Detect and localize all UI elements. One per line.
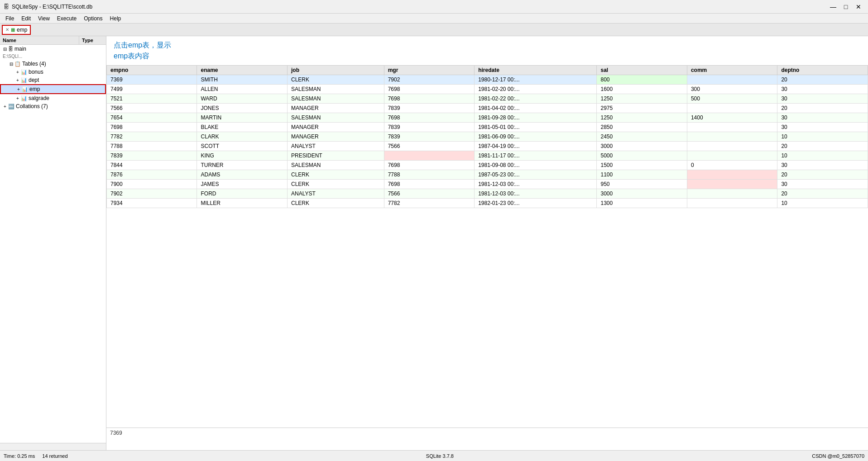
left-scrollbar[interactable] [0,443,106,450]
menu-options[interactable]: Options [80,14,106,23]
tree-item-tables[interactable]: ⊟ 📋 Tables (4) [0,60,106,68]
cell-hiredate: 1982-01-23 00:... [475,199,597,208]
maximize-button[interactable]: □ [840,2,852,11]
table-row[interactable]: 7788SCOTTANALYST75661987-04-19 00:...300… [107,142,868,151]
table-row[interactable]: 7844TURNERSALESMAN76981981-09-08 00:...1… [107,161,868,170]
tree-expand-dept[interactable]: + [14,78,21,83]
cell-empno: 7782 [107,132,197,142]
cell-job: CLERK [287,180,384,189]
cell-mgr: 7566 [384,142,474,151]
cell-hiredate: 1981-02-20 00:... [475,85,597,94]
menubar: File Edit View Execute Options Help [0,14,868,24]
tree-item-main[interactable]: ⊟ 🗄 main [0,45,106,53]
tree-expand-collations[interactable]: + [2,104,8,109]
menu-help[interactable]: Help [106,14,125,23]
tree-label-tables: Tables (4) [22,61,46,67]
col-deptno[interactable]: deptno [777,66,868,75]
col-comm[interactable]: comm [687,66,777,75]
table-row[interactable]: 7900JAMESCLERK76981981-12-03 00:...95030 [107,180,868,189]
col-sal[interactable]: sal [597,66,687,75]
cell-mgr: 7902 [384,75,474,85]
table-row[interactable]: 7934MILLERCLERK77821982-01-23 00:...1300… [107,199,868,208]
table-row[interactable]: 7782CLARKMANAGER78391981-06-09 00:...245… [107,132,868,142]
cell-deptno: 30 [777,180,868,189]
cell-ename: FORD [197,189,287,199]
cell-sal: 2850 [597,123,687,132]
col-hiredate[interactable]: hiredate [475,66,597,75]
tree-label-salgrade: salgrade [29,95,49,101]
table-row[interactable]: 7876ADAMSCLERK77881987-05-23 00:...11002… [107,170,868,180]
cell-deptno: 20 [777,189,868,199]
cell-comm [687,142,777,151]
menu-file[interactable]: File [2,14,18,23]
query-result-value: 7369 [110,430,122,436]
tree-expand-tables[interactable]: ⊟ [8,62,14,67]
cell-mgr: 7698 [384,113,474,123]
cell-ename: ALLEN [197,85,287,94]
tree-expand-main[interactable]: ⊟ [2,47,8,52]
cell-deptno: 20 [777,104,868,113]
cell-deptno: 20 [777,75,868,85]
minimize-button[interactable]: — [827,2,839,11]
annotation: 点击emp表，显示 emp表内容 [106,36,868,65]
cell-comm [687,123,777,132]
cell-sal: 950 [597,180,687,189]
col-ename[interactable]: ename [197,66,287,75]
tree-item-bonus[interactable]: + 📊 bonus [0,68,106,76]
cell-ename: SMITH [197,75,287,85]
table-row[interactable]: 7566JONESMANAGER78391981-04-02 00:...297… [107,104,868,113]
statusbar-left: Time: 0.25 ms 14 returned [4,453,68,459]
cell-hiredate: 1987-04-19 00:... [475,142,597,151]
cell-hiredate: 1981-12-03 00:... [475,189,597,199]
col-job[interactable]: job [287,66,384,75]
table-row[interactable]: 7499ALLENSALESMAN76981981-02-20 00:...16… [107,85,868,94]
status-rows: 14 returned [42,453,67,459]
table-body: 7369SMITHCLERK79021980-12-17 00:...80020… [107,75,868,208]
tree-item-emp[interactable]: + 📊 emp [0,84,106,94]
cell-hiredate: 1981-11-17 00:... [475,151,597,161]
cell-job: SALESMAN [287,94,384,104]
database-icon: 🗄 [8,46,13,52]
tree-expand-emp[interactable]: + [15,87,22,92]
cell-sal: 3000 [597,189,687,199]
table-row[interactable]: 7369SMITHCLERK79021980-12-17 00:...80020 [107,75,868,85]
cell-hiredate: 1981-12-03 00:... [475,180,597,189]
menu-edit[interactable]: Edit [18,14,34,23]
tree-item-salgrade[interactable]: + 📊 salgrade [0,94,106,102]
tree-expand-salgrade[interactable]: + [14,96,21,101]
cell-comm [687,104,777,113]
cell-hiredate: 1981-02-22 00:... [475,94,597,104]
tree-item-dept[interactable]: + 📊 dept [0,76,106,84]
cell-empno: 7934 [107,199,197,208]
tab-close-icon[interactable]: ✕ [5,27,9,32]
table-row[interactable]: 7521WARDSALESMAN76981981-02-22 00:...125… [107,94,868,104]
table-row[interactable]: 7654MARTINSALESMAN76981981-09-28 00:...1… [107,113,868,123]
close-button[interactable]: ✕ [853,2,864,11]
col-mgr[interactable]: mgr [384,66,474,75]
cell-empno: 7369 [107,75,197,85]
cell-deptno: 30 [777,123,868,132]
cell-ename: MILLER [197,199,287,208]
cell-job: SALESMAN [287,161,384,170]
cell-deptno: 20 [777,142,868,151]
tree-label-collations: Collations (7) [16,103,48,109]
table-row[interactable]: 7698BLAKEMANAGER78391981-05-01 00:...285… [107,123,868,132]
col-empno[interactable]: empno [107,66,197,75]
tree-item-collations[interactable]: + 🔤 Collations (7) [0,102,106,110]
table-row[interactable]: 7902FORDANALYST75661981-12-03 00:...3000… [107,189,868,199]
tree-expand-bonus[interactable]: + [14,70,21,75]
tab-emp[interactable]: ✕ ▦ emp [2,25,31,35]
table-area[interactable]: empno ename job mgr hiredate sal comm de… [106,65,868,428]
cell-job: CLERK [287,199,384,208]
table-row[interactable]: 7839KINGPRESIDENT1981-11-17 00:...500010 [107,151,868,161]
emp-table: empno ename job mgr hiredate sal comm de… [106,65,868,208]
cell-comm: 1400 [687,113,777,123]
cell-deptno: 30 [777,161,868,170]
menu-execute[interactable]: Execute [53,14,80,23]
cell-ename: TURNER [197,161,287,170]
cell-mgr: 7782 [384,199,474,208]
menu-view[interactable]: View [34,14,53,23]
app-title: SQLiteSpy - E:\SQLITTE\scott.db [12,4,92,10]
cell-sal: 2450 [597,132,687,142]
tables-icon: 📋 [14,61,21,67]
